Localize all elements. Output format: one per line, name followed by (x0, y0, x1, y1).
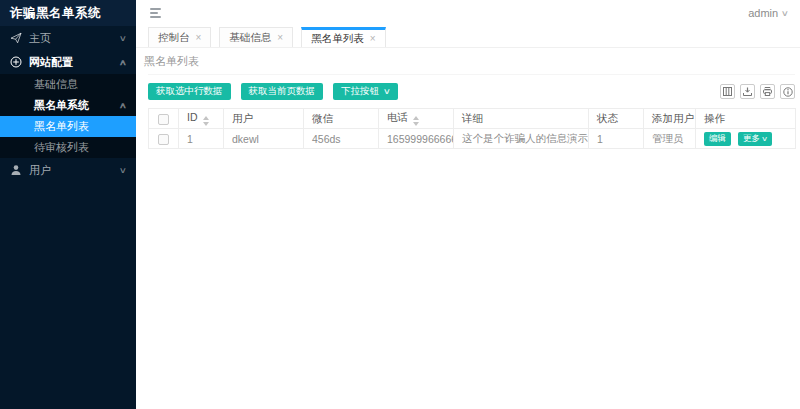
tab-basic-info[interactable]: 基础信息 × (219, 27, 293, 47)
columns-icon[interactable] (720, 84, 735, 99)
select-all-checkbox[interactable] (158, 114, 169, 125)
sidebar-item-label: 网站配置 (29, 55, 73, 70)
chevron-down-icon: ∨ (761, 135, 768, 143)
cell-id: 1 (179, 129, 224, 149)
username: admin (748, 7, 778, 19)
sidebar-submenu: 基础信息 黑名单系统 ∧ 黑名单列表 待审核列表 (0, 74, 136, 158)
column-header-wechat: 微信 (304, 109, 379, 129)
sidebar-item-blacklist-system[interactable]: 黑名单系统 ∧ (0, 95, 136, 116)
circle-plus-icon (10, 56, 22, 68)
edit-button[interactable]: 编辑 (704, 132, 731, 146)
send-icon (10, 32, 22, 44)
column-label: 微信 (312, 112, 333, 124)
sidebar-item-label: 待审核列表 (34, 137, 89, 158)
sidebar-item-home[interactable]: 主页 ∨ (0, 26, 136, 50)
info-icon[interactable] (780, 84, 795, 99)
column-label: 状态 (597, 112, 618, 124)
tab-blacklist-list[interactable]: 黑名单列表 × (301, 27, 385, 47)
breadcrumb: 黑名单列表 (136, 48, 800, 74)
sidebar-item-label: 基础信息 (34, 74, 78, 95)
column-header-phone[interactable]: 电话 (379, 109, 454, 129)
cell-status: 1 (589, 129, 644, 149)
print-icon[interactable] (760, 84, 775, 99)
column-header-id[interactable]: ID (179, 109, 224, 129)
sidebar-item-blacklist-list[interactable]: 黑名单列表 (0, 116, 136, 137)
app-window: 诈骗黑名单系统 主页 ∨ 网站配置 ∧ 基础信息 黑名单系统 ∧ 黑名 (0, 0, 800, 409)
sort-icon[interactable] (413, 116, 419, 126)
cell-wechat: 456ds (304, 129, 379, 149)
dropdown-button-label: 下拉按钮 (341, 85, 379, 98)
tab-label: 控制台 (158, 31, 190, 45)
close-icon[interactable]: × (277, 33, 283, 43)
sidebar-item-label: 用户 (29, 163, 51, 178)
sort-icon[interactable] (203, 116, 209, 126)
more-button-label: 更多 (743, 133, 760, 145)
topbar: admin ∨ (136, 0, 800, 26)
chevron-up-icon: ∧ (119, 95, 127, 116)
close-icon[interactable]: × (370, 34, 376, 44)
column-header-status: 状态 (589, 109, 644, 129)
column-label: 电话 (387, 111, 408, 123)
table-tool-icons (720, 84, 795, 99)
sidebar-item-basic-info[interactable]: 基础信息 (0, 74, 136, 95)
sidebar-item-label: 黑名单列表 (34, 116, 89, 137)
sidebar-item-pending-review-list[interactable]: 待审核列表 (0, 137, 136, 158)
column-label: 详细 (462, 112, 483, 124)
app-title: 诈骗黑名单系统 (0, 0, 136, 26)
table-row: 1 dkewl 456ds 165999966666 这个是个诈骗人的信息演示 … (149, 129, 796, 149)
tab-label: 基础信息 (229, 31, 271, 45)
table-toolbar: 获取选中行数据 获取当前页数据 下拉按钮 ∨ (148, 83, 795, 100)
cell-detail: 这个是个诈骗人的信息演示 (454, 129, 589, 149)
tab-console[interactable]: 控制台 × (148, 27, 211, 47)
blacklist-table: ID 用户 微信 电话 详细 状态 添加用户 操作 (148, 108, 796, 149)
sidebar-item-site-config[interactable]: 网站配置 ∧ (0, 50, 136, 74)
user-icon (10, 164, 22, 176)
chevron-up-icon: ∧ (119, 58, 127, 67)
content-card: 获取选中行数据 获取当前页数据 下拉按钮 ∨ (148, 74, 795, 149)
sidebar-item-label: 黑名单系统 (34, 95, 89, 116)
dropdown-button[interactable]: 下拉按钮 ∨ (333, 83, 398, 100)
tab-label: 黑名单列表 (311, 32, 364, 46)
collapse-sidebar-icon[interactable] (148, 6, 163, 20)
chevron-down-icon: ∨ (781, 9, 789, 18)
cell-added-by: 管理员 (644, 129, 696, 149)
main-area: admin ∨ 控制台 × 基础信息 × 黑名单列表 × 黑名单列表 获取选中行… (136, 0, 800, 409)
user-menu[interactable]: admin ∨ (748, 7, 788, 19)
cell-user: dkewl (224, 129, 304, 149)
cell-phone: 165999966666 (379, 129, 454, 149)
cell-actions: 编辑 更多 ∨ (696, 129, 796, 149)
column-header-detail: 详细 (454, 109, 589, 129)
get-selected-rows-button[interactable]: 获取选中行数据 (148, 83, 231, 100)
export-icon[interactable] (740, 84, 755, 99)
column-header-actions: 操作 (696, 109, 796, 129)
chevron-down-icon: ∨ (383, 87, 391, 96)
tab-bar: 控制台 × 基础信息 × 黑名单列表 × (136, 26, 800, 48)
sidebar-item-label: 主页 (29, 31, 51, 46)
table-header-row: ID 用户 微信 电话 详细 状态 添加用户 操作 (149, 109, 796, 129)
column-header-user: 用户 (224, 109, 304, 129)
column-label: 用户 (232, 112, 253, 124)
column-label: 操作 (704, 112, 725, 124)
more-button[interactable]: 更多 ∨ (738, 132, 772, 146)
column-label: ID (187, 111, 198, 123)
chevron-down-icon: ∨ (119, 34, 127, 43)
sidebar-item-users[interactable]: 用户 ∨ (0, 158, 136, 182)
sidebar: 诈骗黑名单系统 主页 ∨ 网站配置 ∧ 基础信息 黑名单系统 ∧ 黑名 (0, 0, 136, 409)
get-current-page-button[interactable]: 获取当前页数据 (241, 83, 324, 100)
close-icon[interactable]: × (196, 33, 202, 43)
column-header-added-by: 添加用户 (644, 109, 696, 129)
row-checkbox[interactable] (158, 134, 169, 145)
column-label: 添加用户 (652, 112, 694, 124)
chevron-down-icon: ∨ (119, 166, 127, 175)
